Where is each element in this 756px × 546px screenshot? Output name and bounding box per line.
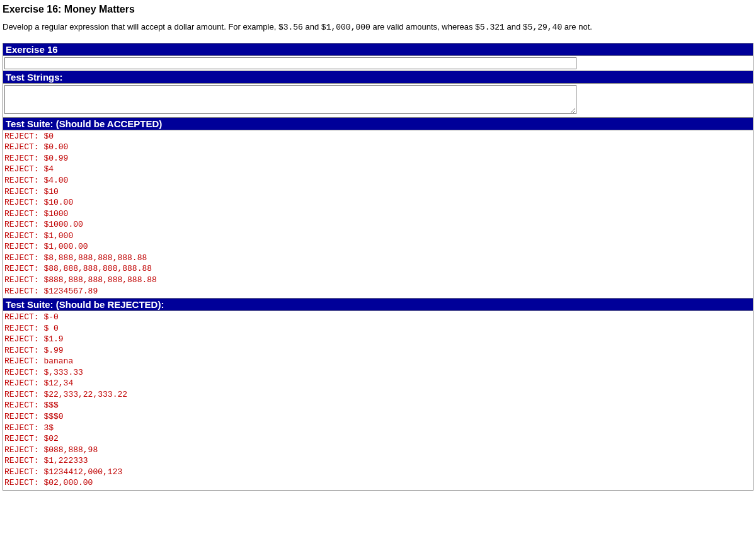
accepted-suite-header: Test Suite: (Should be ACCEPTED) xyxy=(3,117,753,130)
accepted-suite-output: REJECT: $0 REJECT: $0.00 REJECT: $0.99 R… xyxy=(3,130,753,298)
example-invalid-1: $5.321 xyxy=(475,23,505,32)
intro-text: Develop a regular expression that will a… xyxy=(3,22,278,31)
test-strings-input[interactable] xyxy=(4,85,576,114)
intro-text: are not. xyxy=(562,22,592,31)
test-strings-header: Test Strings: xyxy=(3,71,753,84)
intro-text: and xyxy=(505,22,523,31)
intro-text: and xyxy=(303,22,321,31)
regex-input[interactable] xyxy=(4,57,576,69)
exercise-panel: Exercise 16 Test Strings: Test Suite: (S… xyxy=(3,43,753,491)
example-valid-2: $1,000,000 xyxy=(321,23,370,32)
page-title: Exercise 16: Money Matters xyxy=(3,4,753,15)
exercise-description: Develop a regular expression that will a… xyxy=(3,21,753,34)
rejected-suite-header: Test Suite: (Should be REJECTED): xyxy=(3,298,753,311)
example-valid-1: $3.56 xyxy=(278,23,303,32)
example-invalid-2: $5,29,40 xyxy=(523,23,562,32)
intro-text: are valid amounts, whereas xyxy=(370,22,475,31)
exercise-header: Exercise 16 xyxy=(3,43,753,56)
regex-input-row xyxy=(3,56,753,71)
rejected-suite-output: REJECT: $-0 REJECT: $ 0 REJECT: $1.9 REJ… xyxy=(3,311,753,490)
test-strings-row xyxy=(3,84,753,117)
